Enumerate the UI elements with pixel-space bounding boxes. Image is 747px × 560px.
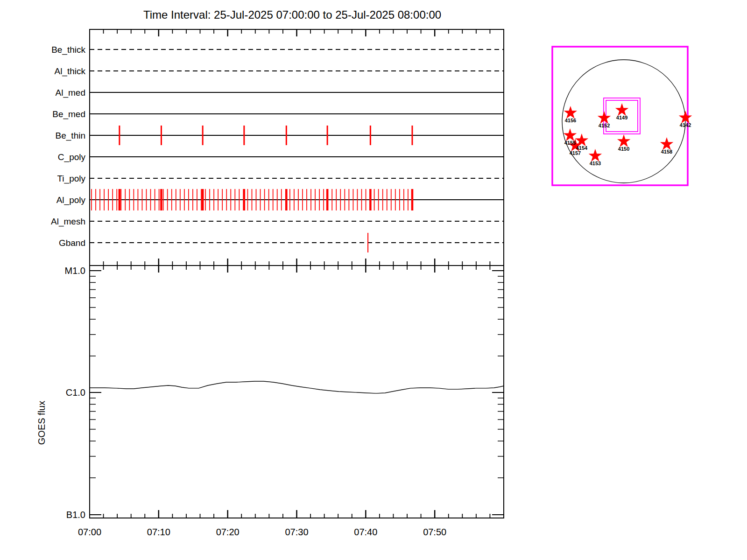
goes-flux-curve: [90, 381, 504, 393]
goes-flux-ylabel: GOES flux: [36, 401, 47, 445]
channel-label: Al_poly: [56, 195, 86, 205]
active-region-label: 4142: [680, 122, 691, 128]
active-region-star: [564, 128, 577, 141]
time-axis-label: 07:40: [354, 527, 377, 537]
active-region-star: [598, 111, 611, 124]
flux-axis-label: C1.0: [66, 387, 85, 398]
active-region-label: 4153: [590, 161, 601, 166]
active-region-star: [589, 149, 602, 161]
active-region-label: 4155: [564, 140, 576, 146]
active-region-label: 4157: [570, 150, 581, 156]
channel-label: C_poly: [58, 152, 86, 162]
active-region-star: [615, 103, 629, 116]
time-axis-label: 07:30: [285, 527, 308, 537]
flux-axis-label: M1.0: [65, 266, 85, 276]
active-region-star: [660, 137, 674, 150]
solar-disk: [562, 60, 685, 183]
active-region-label: 4150: [618, 146, 629, 152]
active-region-label: 4154: [576, 145, 588, 151]
time-axis-label: 07:50: [423, 527, 446, 537]
flux-axis-label: B1.0: [66, 510, 85, 520]
channel-label: Be_med: [52, 109, 85, 119]
active-region-star: [617, 134, 631, 147]
timeline-panel-frame: [90, 29, 504, 266]
active-region-label: 4156: [565, 118, 576, 123]
active-region-label: 4152: [599, 123, 610, 128]
time-axis-label: 07:20: [216, 527, 240, 537]
time-axis-label: 07:00: [78, 527, 101, 537]
goes-panel-frame: [90, 266, 504, 518]
channel-label: Gband: [59, 238, 85, 248]
channel-label: Be_thick: [51, 45, 85, 55]
channel-label: Al_mesh: [51, 217, 85, 227]
observation-plot: Time Interval: 25-Jul-2025 07:00:00 to 2…: [0, 0, 747, 560]
plot-stage: Time Interval: 25-Jul-2025 07:00:00 to 2…: [0, 0, 747, 560]
active-region-star: [564, 106, 578, 119]
chart-title: Time Interval: 25-Jul-2025 07:00:00 to 2…: [143, 8, 441, 21]
channel-label: Be_thin: [56, 131, 85, 141]
channel-label: Al_thick: [54, 66, 85, 77]
channel-label: Al_med: [56, 88, 85, 98]
active-region-label: 4149: [616, 115, 627, 120]
time-axis-label: 07:10: [147, 527, 170, 537]
channel-label: Ti_poly: [57, 174, 85, 184]
active-region-label: 4158: [661, 149, 672, 154]
